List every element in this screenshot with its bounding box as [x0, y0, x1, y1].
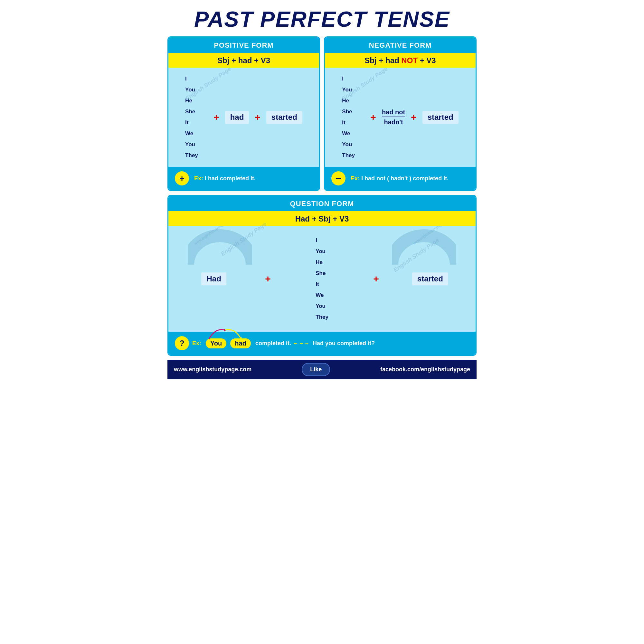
positive-form-header: POSITIVE FORM — [168, 37, 319, 53]
positive-started: started — [266, 111, 302, 124]
question-example-bar: ? Ex: You had — [168, 332, 476, 355]
negative-circle: − — [331, 171, 346, 185]
page: PAST PERFECT TENSE POSITIVE FORM Sbj + h… — [161, 0, 483, 383]
question-completed: completed it. — [255, 340, 291, 347]
positive-form-body: English Study Page IYouHeSheItWeYouThey … — [168, 68, 319, 167]
positive-pronouns: IYouHeSheItWeYouThey — [185, 73, 208, 161]
question-result: Had you completed it? — [313, 340, 375, 347]
question-ex-label: Ex: — [192, 340, 201, 347]
question-form-body: www.englishstudypage.com www.englishstud… — [168, 226, 476, 332]
footer-left: www.englishstudypage.com — [174, 366, 251, 373]
question-arch-arrows: You had — [206, 338, 251, 348]
negative-formula-not: NOT — [401, 56, 418, 65]
positive-plus-1: + — [213, 112, 219, 123]
negative-form-box: NEGATIVE FORM Sbj + had NOT + V3 English… — [324, 36, 477, 191]
negative-started: started — [422, 111, 459, 124]
negative-form-header: NEGATIVE FORM — [325, 37, 476, 53]
question-had: Had — [201, 272, 226, 285]
negative-example-text: Ex: I had not ( hadn't ) completed it. — [351, 175, 449, 182]
footer-right: facebook.com/englishstudypage — [380, 366, 470, 373]
positive-example-bar: + Ex: I had completed it. — [168, 167, 319, 190]
positive-form-box: POSITIVE FORM Sbj + had + V3 English Stu… — [167, 36, 320, 191]
question-started-col: started — [385, 272, 476, 285]
question-you: You — [206, 338, 226, 348]
negative-example-sentence: I had not ( hadn't ) completed it. — [361, 175, 449, 182]
positive-plus-2: + — [255, 112, 260, 123]
footer: www.englishstudypage.com Like facebook.c… — [167, 360, 477, 379]
negative-formula-before: Sbj + had — [365, 56, 401, 65]
like-button[interactable]: Like — [302, 363, 330, 376]
question-example-content: Ex: You had compl — [192, 338, 375, 348]
negative-formula-after: + V3 — [418, 56, 436, 65]
question-body-inner: Had + IYouHeSheItWeYouThey + started — [168, 232, 476, 326]
negative-plus-2: + — [411, 112, 417, 123]
question-form-header: QUESTION FORM — [168, 196, 476, 211]
positive-example-sentence: I had completed it. — [205, 175, 256, 182]
positive-example-text: Ex: I had completed it. — [194, 175, 256, 182]
question-circle: ? — [175, 336, 189, 350]
question-started: started — [412, 272, 448, 285]
negative-plus-1: + — [370, 112, 376, 123]
arch-arrow-svg — [206, 327, 244, 340]
top-row: POSITIVE FORM Sbj + had + V3 English Stu… — [167, 36, 477, 191]
negative-hadnt: hadn't — [382, 118, 405, 126]
question-plus-1: + — [265, 273, 271, 284]
question-formula: Had + Sbj + V3 — [168, 211, 476, 226]
positive-circle: + — [175, 171, 189, 185]
question-form-box: QUESTION FORM Had + Sbj + V3 www.english… — [167, 195, 477, 356]
positive-had: had — [225, 111, 249, 124]
question-you-had: You had — [206, 338, 251, 348]
positive-formula: Sbj + had + V3 — [168, 53, 319, 68]
question-pronouns-col: IYouHeSheItWeYouThey — [277, 235, 367, 323]
question-had-word: had — [230, 338, 251, 348]
positive-ex-label: Ex: — [194, 175, 203, 182]
negative-example-bar: − Ex: I had not ( hadn't ) completed it. — [325, 167, 476, 190]
page-title: PAST PERFECT TENSE — [167, 6, 477, 32]
negative-pronouns: IYouHeSheItWeYouThey — [342, 73, 365, 161]
question-plus-2: + — [373, 273, 379, 284]
question-arrow-dashed: – –→ — [294, 340, 310, 347]
negative-formula: Sbj + had NOT + V3 — [325, 53, 476, 68]
negative-form-body: English Study Page IYouHeSheItWeYouThey … — [325, 68, 476, 167]
negative-had-not: had not — [382, 109, 405, 116]
negative-aux: had not hadn't — [382, 109, 405, 126]
negative-ex-label: Ex: — [351, 175, 360, 182]
question-pronouns: IYouHeSheItWeYouThey — [316, 235, 328, 323]
question-had-col: Had — [168, 272, 259, 285]
